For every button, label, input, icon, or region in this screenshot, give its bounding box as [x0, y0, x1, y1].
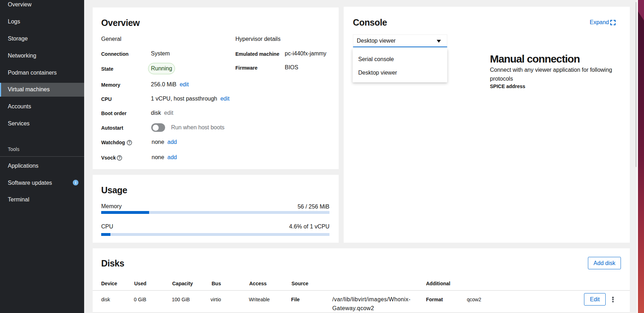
svg-text:?: ?	[128, 140, 130, 145]
svg-text:?: ?	[118, 156, 120, 160]
